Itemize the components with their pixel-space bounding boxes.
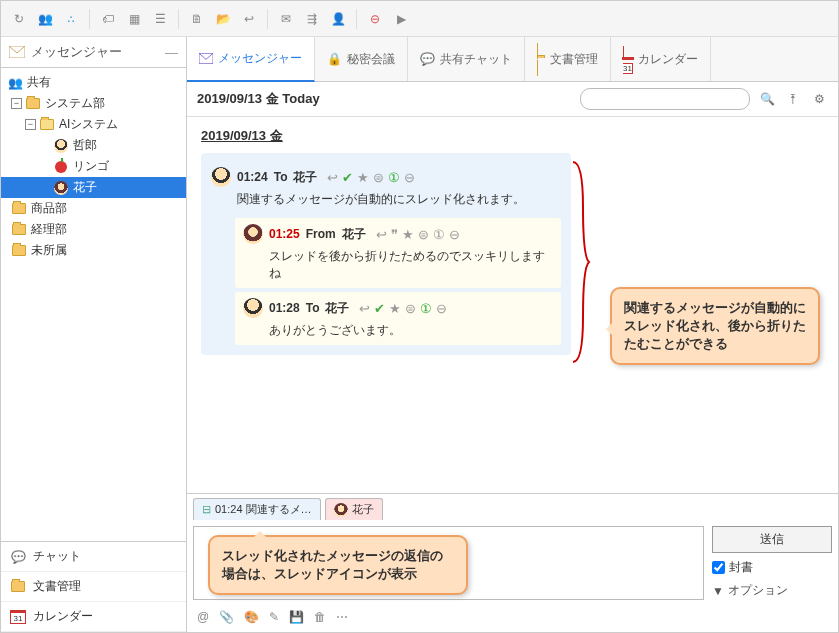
main-toolbar: ↻ 👥 ⛬ 🏷 ▦ ☰ 🗎 📂 ↩ ✉ ⇶ 👤 ⊖ ▶ — [1, 1, 838, 37]
reply-icon[interactable]: ↩ — [376, 227, 387, 242]
thread-icon[interactable]: ⊜ — [373, 170, 384, 185]
no-entry-icon[interactable]: ⊖ — [365, 9, 385, 29]
check-icon[interactable]: ✔ — [342, 170, 353, 185]
compose-panel: ⊟ 01:24 関連するメ… 花子 スレッド化されたメッセージの返信の場合は、ス… — [187, 493, 838, 632]
reply-all-icon[interactable]: ↩ — [239, 9, 259, 29]
compose-tab-user[interactable]: 花子 — [325, 498, 383, 520]
collapse-icon[interactable]: ⊖ — [404, 170, 415, 185]
tree-accounting-dept[interactable]: 経理部 — [1, 219, 186, 240]
thread-icon[interactable]: ⊜ — [405, 301, 416, 316]
collapse-icon[interactable]: — — [165, 45, 178, 60]
star-icon[interactable]: ★ — [357, 170, 369, 185]
tab-secret[interactable]: 🔒 秘密会議 — [315, 37, 408, 81]
tab-shared-chat[interactable]: 💬 共有チャット — [408, 37, 525, 81]
tree-system-dept[interactable]: − システム部 — [1, 93, 186, 114]
palette-icon[interactable]: 🎨 — [244, 610, 259, 624]
collapse-icon[interactable]: ⊖ — [436, 301, 447, 316]
file-icon[interactable]: 🗎 — [187, 9, 207, 29]
nav-chat[interactable]: 💬 チャット — [1, 542, 186, 572]
tab-messenger[interactable]: メッセンジャー — [187, 37, 315, 82]
mail-new-icon[interactable]: ✉ — [276, 9, 296, 29]
message-direction: From — [306, 227, 336, 241]
tag-icon[interactable]: 🏷 — [98, 9, 118, 29]
option-toggle[interactable]: ▼ オプション — [712, 582, 832, 599]
alert-icon[interactable]: ① — [433, 227, 445, 242]
nav-docs[interactable]: 文書管理 — [1, 572, 186, 602]
folder-icon — [537, 44, 545, 75]
tree-label: リンゴ — [73, 158, 109, 175]
user-badge-icon[interactable]: 👤 — [328, 9, 348, 29]
separator — [267, 9, 268, 29]
message-actions: ↩ ❞ ★ ⊜ ① ⊖ — [376, 227, 460, 242]
search-icon[interactable]: 🔍 — [758, 92, 776, 106]
expand-toggle-icon[interactable]: − — [11, 98, 22, 109]
save-icon[interactable]: 💾 — [289, 610, 304, 624]
tree-user-tetsuro[interactable]: 哲郎 — [1, 135, 186, 156]
alert-icon[interactable]: ① — [420, 301, 432, 316]
avatar-icon — [334, 503, 348, 517]
separator — [178, 9, 179, 29]
compose-tab-label: 花子 — [352, 502, 374, 517]
user-group-icon[interactable]: ⛬ — [61, 9, 81, 29]
tab-docs[interactable]: 文書管理 — [525, 37, 611, 81]
apple-icon — [53, 160, 69, 174]
user-pair-icon[interactable]: 👥 — [35, 9, 55, 29]
thread-icon[interactable]: ⊜ — [418, 227, 429, 242]
message-time: 01:25 — [269, 227, 300, 241]
compose-sidebar: 送信 封書 ▼ オプション — [712, 526, 832, 600]
compose-textarea[interactable]: スレッド化されたメッセージの返信の場合は、スレッドアイコンが表示 — [193, 526, 704, 600]
message-thread: 01:24 To 花子 ↩ ✔ ★ ⊜ ① ⊖ — [201, 153, 571, 355]
reply-icon[interactable]: ↩ — [327, 170, 338, 185]
tree-user-hanako[interactable]: 花子 — [1, 177, 186, 198]
option-label: オプション — [728, 582, 788, 599]
check-icon[interactable]: ✔ — [374, 301, 385, 316]
message-item-reply[interactable]: 01:25 From 花子 ↩ ❞ ★ ⊜ ① ⊖ — [235, 218, 561, 288]
alert-icon[interactable]: ① — [388, 170, 400, 185]
gear-icon[interactable]: ⚙ — [810, 92, 828, 106]
message-direction: To — [274, 170, 288, 184]
reply-icon[interactable]: ↩ — [359, 301, 370, 316]
tree-shared[interactable]: 👥 共有 — [1, 72, 186, 93]
folder-open-icon[interactable]: 📂 — [213, 9, 233, 29]
message-item-reply[interactable]: 01:28 To 花子 ↩ ✔ ★ ⊜ ① ⊖ — [235, 292, 561, 345]
tree-label: 商品部 — [31, 200, 67, 217]
more-icon[interactable]: ⋯ — [336, 610, 348, 624]
thread-icon[interactable]: ⇶ — [302, 9, 322, 29]
attach-icon[interactable]: 📎 — [219, 610, 234, 624]
star-icon[interactable]: ★ — [402, 227, 414, 242]
date-title: 2019/09/13 金 Today — [197, 90, 320, 108]
message-item[interactable]: 01:24 To 花子 ↩ ✔ ★ ⊜ ① ⊖ — [211, 161, 561, 214]
send-button[interactable]: 送信 — [712, 526, 832, 553]
mention-icon[interactable]: @ — [197, 610, 209, 624]
avatar-icon — [243, 224, 263, 244]
lock-icon: 🔒 — [327, 52, 342, 66]
search-input[interactable] — [580, 88, 750, 110]
compose-tab-thread[interactable]: ⊟ 01:24 関連するメ… — [193, 498, 321, 520]
quote-icon[interactable]: ❞ — [391, 227, 398, 242]
sidebar-bottom-nav: 💬 チャット 文書管理 31 カレンダー — [1, 541, 186, 632]
refresh-icon[interactable]: ↻ — [9, 9, 29, 29]
sealed-checkbox-input[interactable] — [712, 561, 725, 574]
tree-user-ringo[interactable]: リンゴ — [1, 156, 186, 177]
tree-sales-dept[interactable]: 商品部 — [1, 198, 186, 219]
star-icon[interactable]: ★ — [389, 301, 401, 316]
tab-label: カレンダー — [638, 51, 698, 68]
tab-calendar[interactable]: 31 カレンダー — [611, 37, 711, 81]
avatar-icon — [53, 181, 69, 195]
trash-icon[interactable]: 🗑 — [314, 610, 326, 624]
collapse-icon[interactable]: ⊖ — [449, 227, 460, 242]
message-actions: ↩ ✔ ★ ⊜ ① ⊖ — [359, 301, 447, 316]
grid-icon[interactable]: ▦ — [124, 9, 144, 29]
expand-toggle-icon[interactable]: − — [25, 119, 36, 130]
tree-unassigned[interactable]: 未所属 — [1, 240, 186, 261]
nav-calendar[interactable]: 31 カレンダー — [1, 602, 186, 632]
avatar-icon — [211, 167, 231, 187]
tree-ai-system[interactable]: − AIシステム — [1, 114, 186, 135]
video-off-icon[interactable]: ▶ — [391, 9, 411, 29]
message-area: 2019/09/13 金 01:24 To 花子 ↩ ✔ ★ — [187, 117, 838, 493]
sealed-checkbox[interactable]: 封書 — [712, 559, 832, 576]
edit-icon[interactable]: ✎ — [269, 610, 279, 624]
message-header: 01:28 To 花子 ↩ ✔ ★ ⊜ ① ⊖ — [243, 298, 553, 318]
menu-icon[interactable]: ☰ — [150, 9, 170, 29]
scroll-top-icon[interactable]: ⭱ — [784, 92, 802, 106]
